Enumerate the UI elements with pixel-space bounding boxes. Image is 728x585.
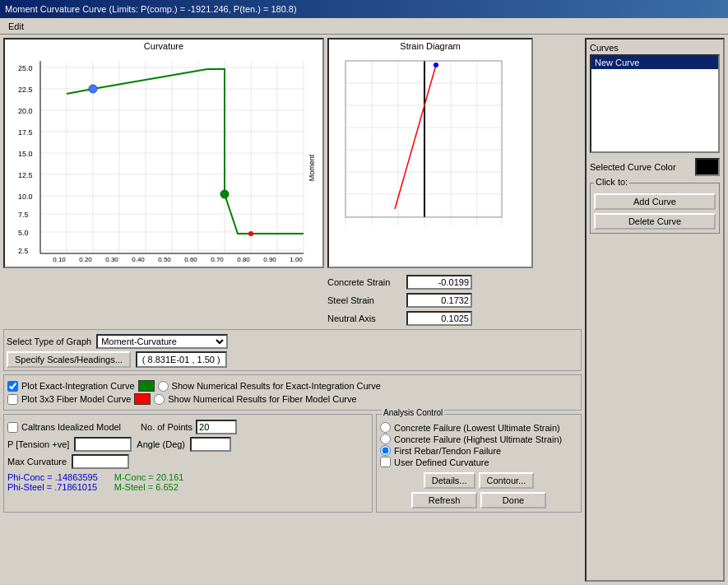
analysis-option-2: Concrete Failure (Highest Ultimate Strai… <box>394 434 562 444</box>
svg-text:0.40: 0.40 <box>132 256 145 262</box>
angle-deg-input[interactable] <box>190 437 231 452</box>
delete-curve-button[interactable]: Delete Curve <box>594 213 716 230</box>
neutral-axis-value[interactable] <box>406 311 472 326</box>
show-numerical-fiber-radio[interactable] <box>154 394 165 405</box>
analysis-control-label: Analysis Control <box>382 408 444 417</box>
analysis-option-4: User Defined Curvature <box>394 457 489 467</box>
fiber-color-swatch <box>134 393 151 405</box>
svg-text:0.10: 0.10 <box>53 256 66 262</box>
svg-text:0.80: 0.80 <box>237 256 250 262</box>
steel-strain-label: Steel Strain <box>327 295 401 305</box>
show-numerical-exact-label: Show Numerical Results for Exact-Integra… <box>172 381 381 391</box>
strain-values: Concrete Strain Steel Strain Neutral Axi… <box>327 275 533 326</box>
svg-text:17.5: 17.5 <box>18 128 33 137</box>
analysis-option-3: First Rebar/Tendon Failure <box>394 446 501 456</box>
specify-scales-button[interactable]: Specify Scales/Headings... <box>7 351 131 368</box>
exact-integration-label: Plot Exact-Integration Curve <box>21 381 135 391</box>
concrete-strain-label: Concrete Strain <box>327 277 401 287</box>
done-button[interactable]: Done <box>480 492 546 508</box>
title-bar-text: Moment Curvature Curve (Limits: P(comp.)… <box>5 4 297 14</box>
curvature-chart-title: Curvature <box>5 39 322 53</box>
show-numerical-exact-radio[interactable] <box>158 381 169 392</box>
max-curvature-label: Max Curvature <box>7 457 67 467</box>
svg-text:20.0: 20.0 <box>18 107 33 115</box>
no-of-points-label: No. of Points <box>141 422 192 432</box>
svg-text:0.70: 0.70 <box>211 256 224 262</box>
max-curvature-input[interactable] <box>72 454 129 469</box>
no-of-points-input[interactable] <box>196 420 237 434</box>
strain-chart: Strain Diagram <box>327 38 533 268</box>
svg-text:25.0: 25.0 <box>18 64 33 72</box>
analysis-option-1: Concrete Failure (Lowest Ultimate Strain… <box>394 423 560 433</box>
svg-text:10.0: 10.0 <box>18 193 33 201</box>
fiber-model-label: Plot 3x3 Fiber Model Curve <box>21 394 131 404</box>
curves-list: New Curve <box>590 54 720 153</box>
svg-text:0.60: 0.60 <box>184 256 197 262</box>
contour-button[interactable]: Contour... <box>479 472 535 489</box>
click-to-label: Click to: <box>594 177 629 187</box>
curve-item-0[interactable]: New Curve <box>591 56 718 69</box>
svg-text:0.90: 0.90 <box>263 256 276 262</box>
show-numerical-fiber-label: Show Numerical Results for Fiber Model C… <box>168 394 356 404</box>
neutral-axis-label: Neutral Axis <box>327 313 401 323</box>
svg-text:0.20: 0.20 <box>79 256 92 262</box>
svg-point-44 <box>220 190 229 198</box>
svg-point-45 <box>248 231 253 236</box>
svg-text:5.0: 5.0 <box>18 229 29 237</box>
analysis-checkbox-4[interactable] <box>380 457 391 467</box>
strain-chart-title: Strain Diagram <box>329 39 531 53</box>
analysis-radio-3[interactable] <box>380 445 391 456</box>
m-steel: M-Steel = 6.652 <box>114 482 184 492</box>
caltrans-checkbox[interactable] <box>7 422 18 433</box>
svg-line-62 <box>395 65 436 209</box>
p-tension-input[interactable] <box>74 437 132 452</box>
selected-color-label: Selected Curve Color <box>590 162 676 172</box>
p-tension-label: P [Tension +ve] <box>7 439 69 449</box>
m-conc: M-Conc = 20.161 <box>114 472 184 482</box>
svg-text:1.00: 1.00 <box>290 256 303 262</box>
svg-text:15.0: 15.0 <box>18 150 33 158</box>
curvature-chart: Curvature 25.0 22.5 20.0 17.5 15.0 12.5 … <box>3 38 324 268</box>
menu-edit[interactable]: Edit <box>3 21 29 32</box>
analysis-radio-1[interactable] <box>380 422 391 433</box>
phi-steel: Phi-Steel = .71861015 <box>7 482 98 492</box>
curves-panel-title: Curves <box>590 43 720 53</box>
color-display[interactable] <box>695 158 720 176</box>
exact-integration-checkbox[interactable] <box>7 381 18 392</box>
svg-text:22.5: 22.5 <box>18 86 33 94</box>
svg-text:Moment: Moment <box>308 154 316 181</box>
details-button[interactable]: Details... <box>424 472 475 489</box>
steel-strain-value[interactable] <box>406 293 472 308</box>
select-graph-type-label: Select Type of Graph <box>7 337 91 346</box>
phi-conc: Phi-Conc = .14863595 <box>7 472 98 482</box>
svg-point-43 <box>89 85 97 93</box>
coordinates-display: ( 8.831E-01 , 1.50 ) <box>136 351 227 368</box>
svg-text:0.30: 0.30 <box>105 256 118 262</box>
angle-deg-label: Angle (Deg) <box>137 439 185 449</box>
graph-type-select[interactable]: Moment-Curvature Moment-Strain <box>96 334 228 349</box>
add-curve-button[interactable]: Add Curve <box>594 193 716 210</box>
svg-point-63 <box>434 63 438 67</box>
concrete-strain-value[interactable] <box>406 275 472 290</box>
refresh-button[interactable]: Refresh <box>411 492 477 508</box>
svg-text:12.5: 12.5 <box>18 171 33 179</box>
caltrans-label: Caltrans Idealized Model <box>21 422 121 432</box>
svg-text:7.5: 7.5 <box>18 211 29 219</box>
fiber-model-checkbox[interactable] <box>7 394 18 405</box>
exact-color-swatch <box>138 380 155 392</box>
svg-text:0.50: 0.50 <box>158 256 171 262</box>
analysis-radio-2[interactable] <box>380 434 391 444</box>
svg-text:2.5: 2.5 <box>18 247 29 255</box>
